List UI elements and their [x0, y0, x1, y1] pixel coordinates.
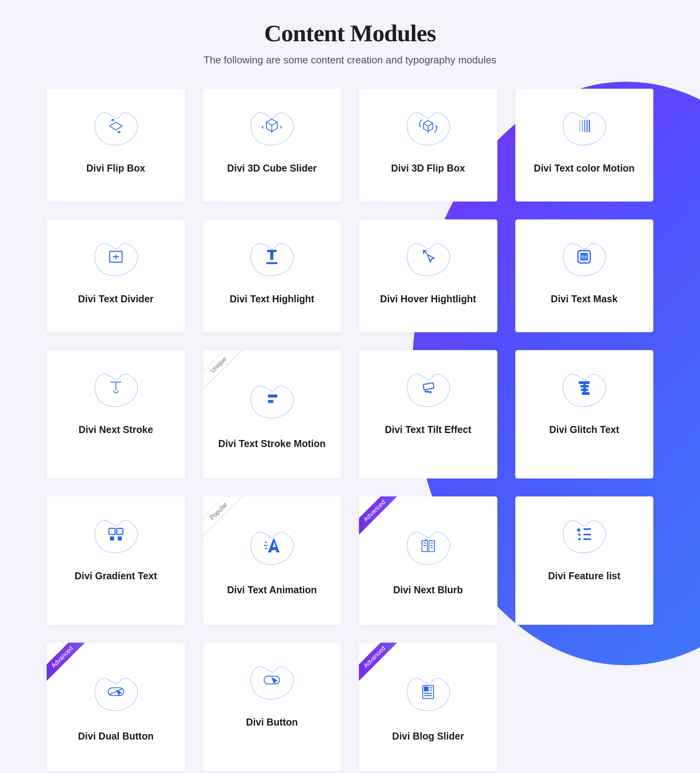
module-title: Divi Next Stroke [54, 424, 178, 435]
cube-flip-icon [418, 116, 438, 136]
module-card[interactable]: Divi Button [203, 643, 341, 771]
module-title: Divi 3D Flip Box [366, 163, 490, 174]
stroke-icon [106, 377, 126, 398]
svg-rect-22 [118, 537, 121, 540]
module-title: Divi Text color Motion [522, 163, 647, 174]
module-title: Divi Text Tilt Effect [366, 424, 490, 435]
page-title: Content Modules [39, 19, 661, 47]
icon-wrap [210, 108, 334, 147]
cube-slider-icon [262, 116, 282, 136]
gradient-icon [106, 524, 126, 544]
highlight-icon [262, 247, 282, 267]
svg-point-18 [430, 391, 431, 393]
module-card[interactable]: UniqueDivi Text Stroke Motion [203, 350, 341, 479]
icon-wrap [54, 370, 178, 408]
module-title: Divi Text Stroke Motion [210, 438, 334, 449]
svg-point-17 [427, 391, 429, 392]
svg-rect-4 [589, 120, 590, 132]
icon-wrap [366, 674, 490, 713]
icon-wrap [210, 528, 334, 566]
svg-rect-19 [109, 528, 115, 535]
module-card[interactable]: Divi Hover Hightlight [359, 219, 497, 332]
modules-grid: Divi Flip BoxDivi 3D Cube SliderDivi 3D … [47, 89, 653, 771]
module-title: Divi Dual Button [54, 731, 178, 742]
page-subtitle: The following are some content creation … [39, 54, 661, 66]
module-card[interactable]: Divi Gradient Text [47, 496, 185, 625]
module-card[interactable]: Divi Glitch Text [515, 350, 654, 479]
svg-rect-2 [584, 120, 585, 132]
svg-rect-9 [267, 250, 276, 252]
tilt-icon [418, 377, 438, 398]
module-card[interactable]: TDivi Text Mask [515, 219, 654, 332]
module-card[interactable]: Divi 3D Flip Box [359, 89, 497, 202]
icon-wrap [54, 108, 178, 147]
icon-wrap [210, 239, 334, 278]
divider-icon [106, 247, 126, 267]
icon-wrap [54, 674, 178, 713]
blurb-icon [418, 535, 438, 556]
glitch-icon [574, 377, 594, 398]
icon-wrap [366, 108, 490, 147]
module-title: Divi Text Highlight [210, 293, 334, 305]
module-card[interactable]: Divi Next Stroke [47, 350, 185, 479]
button-icon [262, 670, 282, 690]
hover-arrow-icon [418, 247, 438, 267]
icon-wrap [210, 662, 334, 701]
svg-rect-20 [117, 528, 123, 535]
svg-rect-30 [583, 534, 591, 535]
svg-rect-15 [423, 383, 434, 390]
svg-rect-13 [268, 394, 277, 398]
module-title: Divi Flip Box [54, 163, 178, 174]
icon-wrap [54, 516, 178, 555]
svg-rect-3 [586, 120, 588, 132]
module-card[interactable]: AdvancedDivi Next Blurb [359, 496, 497, 625]
icon-wrap [366, 370, 490, 408]
svg-point-29 [578, 533, 581, 536]
module-title: Divi Next Blurb [366, 584, 490, 596]
svg-rect-35 [264, 676, 280, 684]
flip-box-icon [106, 116, 126, 136]
module-card[interactable]: Divi Text Divider [47, 219, 185, 332]
svg-text:T: T [582, 253, 586, 261]
module-card[interactable]: AdvancedDivi Dual Button [47, 643, 185, 771]
module-title: Divi Text Divider [54, 293, 178, 305]
module-card[interactable]: Divi Text Highlight [203, 219, 341, 332]
stroke-motion-icon [262, 389, 282, 409]
module-card[interactable]: Divi 3D Cube Slider [203, 89, 341, 202]
icon-wrap: T [522, 239, 647, 278]
module-title: Divi Hover Hightlight [366, 293, 490, 305]
module-title: Divi Feature list [522, 570, 647, 582]
dual-button-icon [106, 682, 126, 702]
text-color-icon [574, 116, 594, 136]
icon-wrap [522, 370, 647, 408]
module-title: Divi 3D Cube Slider [210, 163, 334, 174]
svg-point-16 [425, 391, 426, 392]
module-title: Divi Button [210, 717, 334, 728]
icon-wrap [210, 381, 334, 420]
blog-icon [418, 682, 438, 702]
module-title: Divi Blog Slider [366, 731, 490, 742]
module-card[interactable]: Divi Text color Motion [515, 89, 654, 202]
module-card[interactable]: Divi Text Tilt Effect [359, 350, 497, 479]
svg-rect-21 [110, 537, 114, 540]
module-card[interactable]: AdvancedDivi Blog Slider [359, 643, 497, 771]
module-card[interactable]: PopularDivi Text Animation [203, 496, 341, 625]
svg-line-34 [109, 689, 123, 695]
icon-wrap [522, 516, 647, 555]
module-title: Divi Text Animation [210, 584, 334, 596]
svg-rect-1 [582, 120, 583, 132]
svg-rect-32 [583, 538, 591, 540]
svg-rect-0 [579, 120, 581, 132]
svg-rect-10 [266, 262, 277, 264]
svg-point-31 [578, 538, 581, 540]
module-title: Divi Glitch Text [522, 424, 647, 435]
svg-rect-37 [424, 687, 428, 691]
icon-wrap [366, 528, 490, 566]
module-title: Divi Gradient Text [54, 570, 178, 582]
icon-wrap [366, 239, 490, 278]
mask-icon: T [574, 247, 594, 267]
feature-list-icon [574, 524, 594, 544]
module-card[interactable]: Divi Feature list [515, 496, 654, 625]
module-title: Divi Text Mask [522, 293, 647, 305]
module-card[interactable]: Divi Flip Box [47, 89, 185, 202]
